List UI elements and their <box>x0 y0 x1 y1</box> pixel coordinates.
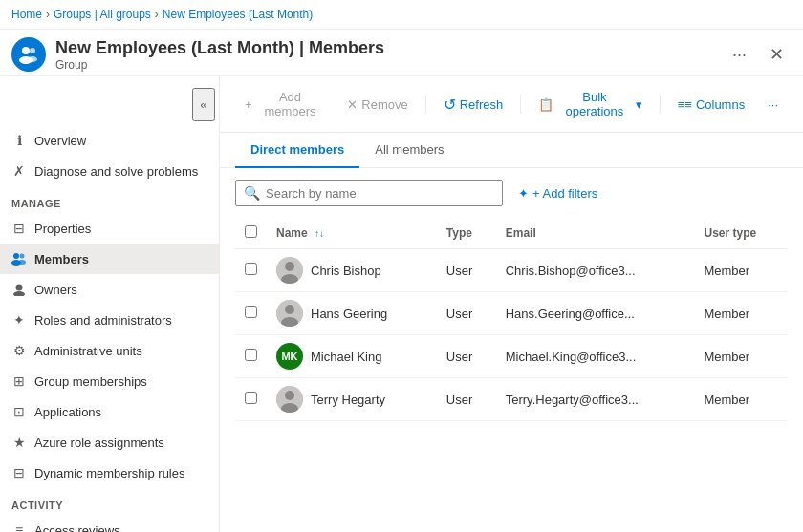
add-filters-button[interactable]: ✦ + Add filters <box>510 181 605 205</box>
columns-button[interactable]: ≡≡ Columns <box>668 92 754 117</box>
row-checkbox[interactable] <box>245 392 257 404</box>
svg-point-14 <box>285 305 294 314</box>
row-checkbox[interactable] <box>245 349 257 361</box>
sort-icon: ↑↓ <box>315 228 324 239</box>
col-name[interactable]: Name ↑↓ <box>267 218 437 249</box>
svg-point-0 <box>22 47 30 54</box>
svg-point-9 <box>13 291 25 296</box>
row-checkbox[interactable] <box>245 263 257 275</box>
row-user-type: Member <box>704 307 749 321</box>
info-icon: ℹ <box>11 133 27 148</box>
more-icon: ··· <box>768 97 778 112</box>
more-button[interactable]: ··· <box>758 92 788 117</box>
remove-label: Remove <box>361 97 407 112</box>
sidebar-item-roles[interactable]: ✦ Roles and administrators <box>0 305 219 335</box>
tab-direct-members[interactable]: Direct members <box>235 133 359 168</box>
sidebar-item-members[interactable]: Members <box>0 244 219 274</box>
row-user-type-cell: Member <box>694 378 788 421</box>
add-icon: + <box>245 97 252 112</box>
row-type: User <box>446 264 472 278</box>
row-email-cell: Michael.King@office3... <box>496 335 695 378</box>
row-checkbox[interactable] <box>245 306 257 318</box>
properties-icon: ⊟ <box>11 221 27 236</box>
row-checkbox-cell <box>235 249 267 292</box>
breadcrumb-home[interactable]: Home <box>11 8 42 21</box>
sidebar-collapse-button[interactable]: « <box>192 88 215 121</box>
toolbar-divider-2 <box>520 95 521 114</box>
group-icon <box>11 37 46 72</box>
dynamic-rules-icon: ⊟ <box>11 465 27 480</box>
page-title: New Employees (Last Month) | Members <box>55 38 715 58</box>
sidebar-item-azure-roles[interactable]: ★ Azure role assignments <box>0 427 219 458</box>
col-type: Type <box>437 218 496 249</box>
sidebar-label-group-memberships: Group memberships <box>34 374 147 389</box>
svg-point-4 <box>13 253 19 259</box>
refresh-label: Refresh <box>460 97 504 112</box>
add-members-label: Add members <box>256 90 325 118</box>
bulk-ops-icon: 📋 <box>538 97 553 112</box>
row-email-cell: Hans.Geering@office... <box>496 292 695 335</box>
search-icon: 🔍 <box>244 185 260 201</box>
row-checkbox-cell <box>235 292 267 335</box>
row-user-type: Member <box>704 393 749 407</box>
members-table: Name ↑↓ Type Email User type <box>235 218 788 421</box>
sidebar-item-dynamic-rules[interactable]: ⊟ Dynamic membership rules <box>0 458 219 488</box>
svg-point-8 <box>16 285 23 291</box>
select-all-checkbox[interactable] <box>245 225 257 238</box>
close-button[interactable]: ✕ <box>762 40 792 69</box>
row-user-type: Member <box>704 350 749 364</box>
sidebar-item-access-reviews[interactable]: ≡ Access reviews <box>0 515 219 532</box>
page-subtitle: Group <box>55 58 715 72</box>
row-name-cell: MK Michael King <box>267 335 437 378</box>
sidebar-label-access-reviews: Access reviews <box>34 523 120 533</box>
tab-all-members[interactable]: All members <box>359 133 459 168</box>
toolbar-divider-3 <box>660 95 661 114</box>
sidebar-item-diagnose[interactable]: ✗ Diagnose and solve problems <box>0 156 219 186</box>
svg-point-1 <box>30 48 35 53</box>
sidebar-label-members: Members <box>34 252 89 266</box>
row-checkbox-cell <box>235 335 267 378</box>
row-name-cell: Hans Geering <box>267 292 437 335</box>
row-name: Hans Geering <box>311 307 387 321</box>
sidebar-item-applications[interactable]: ⊡ Applications <box>0 396 219 427</box>
row-type: User <box>446 307 472 321</box>
remove-icon: ✕ <box>347 97 358 112</box>
sidebar-item-admin-units[interactable]: ⚙ Administrative units <box>0 335 219 366</box>
row-email: Terry.Hegarty@office3... <box>506 393 639 407</box>
user-avatar <box>276 300 303 327</box>
add-members-button[interactable]: + Add members <box>235 84 334 124</box>
sidebar-item-owners[interactable]: Owners <box>0 274 219 305</box>
svg-point-17 <box>285 391 294 400</box>
breadcrumb-groups[interactable]: Groups | All groups <box>54 8 151 21</box>
col-name-label: Name <box>276 226 308 240</box>
sidebar-item-properties[interactable]: ⊟ Properties <box>0 213 219 244</box>
bulk-operations-button[interactable]: 📋 Bulk operations ▾ <box>529 84 652 124</box>
main-layout: « ℹ Overview ✗ Diagnose and solve proble… <box>0 76 803 532</box>
col-user-type: User type <box>694 218 788 249</box>
tabs: Direct members All members <box>220 133 803 168</box>
search-box[interactable]: 🔍 <box>235 180 503 206</box>
row-type-cell: User <box>437 378 496 421</box>
owners-icon <box>11 282 27 297</box>
sidebar-section-activity: Activity <box>0 488 219 515</box>
sidebar-item-group-memberships[interactable]: ⊞ Group memberships <box>0 366 219 396</box>
content-area: + Add members ✕ Remove ↺ Refresh 📋 Bulk … <box>220 76 803 532</box>
remove-button[interactable]: ✕ Remove <box>337 92 417 117</box>
sidebar-item-overview[interactable]: ℹ Overview <box>0 125 219 156</box>
sidebar-label-admin-units: Administrative units <box>34 344 142 358</box>
user-avatar <box>276 257 303 284</box>
sidebar-label-properties: Properties <box>34 222 91 236</box>
sidebar-label-diagnose: Diagnose and solve problems <box>34 164 198 179</box>
columns-icon: ≡≡ <box>678 97 692 112</box>
toolbar-divider-1 <box>425 95 426 114</box>
group-memberships-icon: ⊞ <box>11 373 27 389</box>
search-input[interactable] <box>266 186 494 201</box>
title-ellipsis-button[interactable]: ··· <box>725 41 754 69</box>
add-filter-icon: ✦ <box>518 186 529 201</box>
row-type-cell: User <box>437 249 496 292</box>
title-actions: ··· ✕ <box>725 40 792 69</box>
col-email: Email <box>496 218 695 249</box>
refresh-button[interactable]: ↺ Refresh <box>434 90 513 119</box>
applications-icon: ⊡ <box>11 404 27 419</box>
sidebar-section-manage: Manage <box>0 186 219 213</box>
